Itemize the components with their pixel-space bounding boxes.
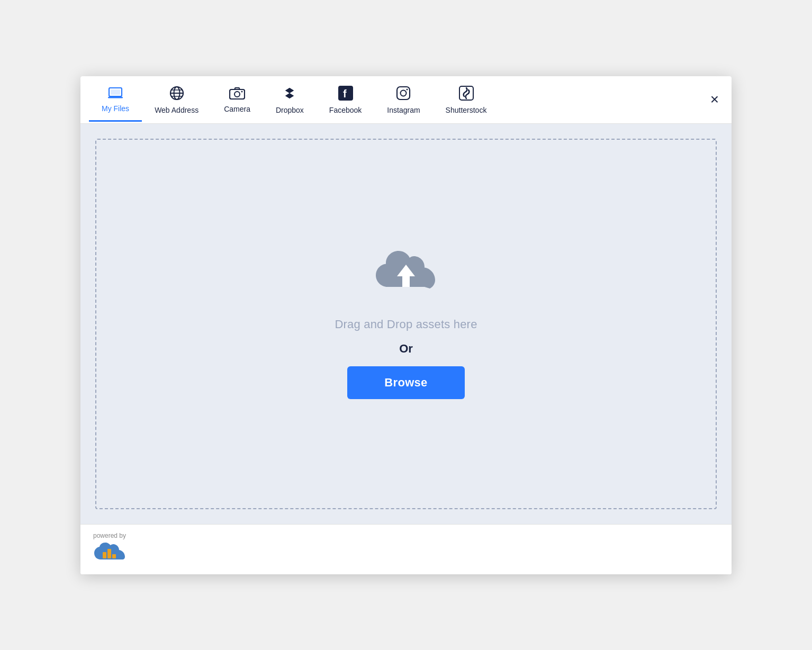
svg-rect-23 [103, 552, 106, 558]
svg-point-19 [401, 90, 407, 96]
svg-rect-18 [397, 87, 410, 100]
drop-zone[interactable]: Drag and Drop assets here Or Browse [95, 139, 717, 509]
tab-camera-label: Camera [224, 105, 250, 113]
tab-instagram[interactable]: Instagram [374, 76, 432, 123]
drop-zone-wrapper: Drag and Drop assets here Or Browse [80, 124, 732, 524]
svg-rect-25 [112, 554, 116, 558]
svg-marker-15 [290, 93, 294, 98]
tab-camera[interactable]: Camera [211, 77, 263, 122]
svg-point-20 [407, 88, 408, 90]
globe-icon [169, 86, 184, 103]
svg-marker-13 [290, 88, 294, 93]
svg-rect-24 [107, 549, 111, 558]
close-button[interactable]: × [706, 88, 723, 111]
laptop-icon [108, 87, 123, 101]
tab-facebook[interactable]: f Facebook [317, 76, 374, 123]
svg-point-10 [241, 91, 243, 92]
dropbox-icon [282, 86, 297, 103]
browse-button[interactable]: Browse [347, 366, 464, 399]
svg-marker-14 [285, 93, 290, 98]
tab-facebook-label: Facebook [329, 106, 362, 114]
svg-marker-12 [285, 88, 290, 93]
drag-drop-text: Drag and Drop assets here [335, 318, 477, 331]
upload-modal: My Files Web Address [80, 76, 732, 574]
powered-by-label: powered by [93, 532, 719, 539]
tab-dropbox[interactable]: Dropbox [263, 76, 317, 123]
tab-web-address-label: Web Address [155, 106, 199, 114]
tab-instagram-label: Instagram [387, 106, 420, 114]
tab-my-files[interactable]: My Files [89, 78, 142, 122]
shutterstock-icon [459, 86, 474, 103]
svg-rect-8 [230, 89, 245, 99]
svg-text:f: f [343, 88, 347, 100]
tab-shutterstock-label: Shutterstock [446, 106, 487, 114]
cloud-upload-icon [372, 249, 440, 302]
tab-my-files-label: My Files [102, 104, 129, 113]
svg-rect-1 [111, 89, 120, 95]
tab-shutterstock[interactable]: Shutterstock [433, 76, 500, 123]
footer: powered by [80, 524, 732, 574]
tab-dropbox-label: Dropbox [276, 106, 304, 114]
or-text: Or [399, 342, 413, 356]
camera-icon [229, 87, 245, 102]
facebook-icon: f [338, 86, 353, 103]
svg-rect-2 [108, 97, 123, 98]
filestack-logo [93, 541, 127, 565]
tab-bar: My Files Web Address [80, 76, 732, 124]
instagram-icon [396, 86, 411, 103]
tab-web-address[interactable]: Web Address [142, 76, 211, 123]
svg-point-9 [234, 92, 240, 97]
